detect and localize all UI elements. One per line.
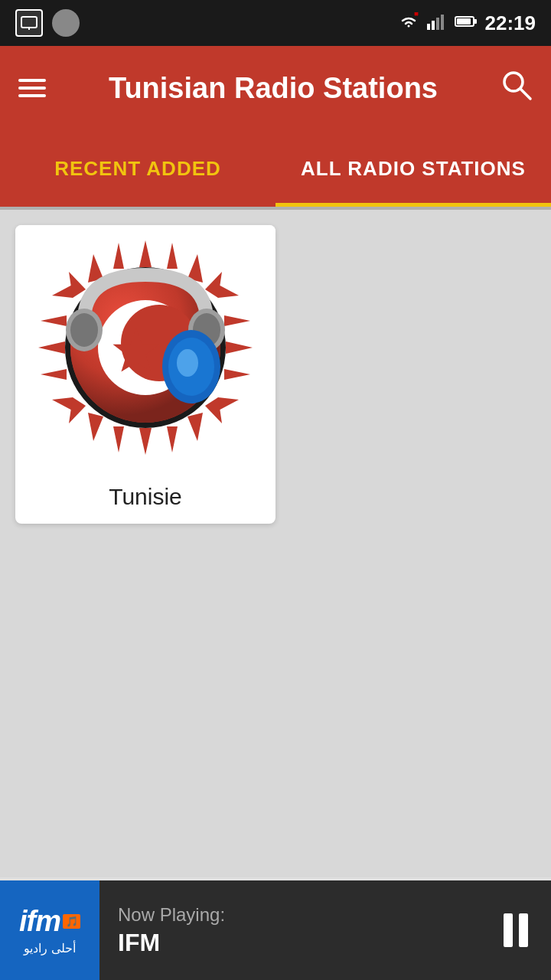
app-title: Tunisian Radio Stations [61,72,485,105]
svg-marker-31 [41,315,67,326]
status-bar: 22:19 [0,0,551,46]
svg-marker-21 [88,413,103,441]
battery-icon [455,13,478,33]
station-image [15,225,276,470]
app-bar: Tunisian Radio Stations [0,46,551,130]
ifm-logo-inner: ifm 🎵 أحلى راديو [19,905,80,956]
content-area: Tunisie [0,210,551,877]
station-name: Tunisie [15,470,276,524]
svg-marker-36 [167,426,178,452]
svg-marker-28 [113,243,124,269]
svg-marker-30 [41,369,67,380]
pause-bar-right [519,913,528,947]
svg-rect-11 [474,19,477,24]
svg-marker-20 [139,428,152,455]
wifi-icon [398,12,419,34]
tabs-container: RECENT ADDED ALL RADIO STATIONS [0,130,551,207]
now-playing-label: Now Playing: [118,904,462,926]
svg-rect-5 [427,24,430,30]
tab-all-stations[interactable]: ALL RADIO STATIONS [276,130,551,207]
tab-divider [0,207,551,210]
tab-all-label: ALL RADIO STATIONS [301,157,526,181]
now-playing-controls [481,913,551,947]
hamburger-menu-icon[interactable] [18,79,46,97]
now-playing-info: Now Playing: IFM [99,904,481,957]
arabic-sub-text: أحلى راديو [19,941,80,956]
svg-point-50 [177,349,198,377]
signal-icon [427,13,447,34]
status-bar-right: 22:19 [398,11,536,35]
tab-recent-added[interactable]: RECENT ADDED [0,130,276,207]
now-playing-bar: ifm 🎵 أحلى راديو Now Playing: IFM [0,880,551,980]
screen-icon [15,9,43,37]
svg-marker-33 [224,315,250,326]
station-card-tunisie[interactable]: Tunisie [15,225,276,524]
svg-point-45 [70,313,98,347]
pause-button[interactable] [504,913,528,947]
svg-rect-0 [21,17,37,28]
status-time: 22:19 [485,11,536,35]
svg-marker-19 [187,413,203,441]
svg-marker-14 [139,240,152,267]
ifm-logo[interactable]: ifm 🎵 أحلى راديو [0,880,99,980]
svg-rect-8 [441,15,444,30]
tunisian-radio-logo-svg [31,233,260,462]
svg-rect-6 [432,21,435,30]
svg-line-13 [520,89,530,99]
svg-marker-32 [224,369,250,380]
ifm-logo-text: ifm 🎵 [19,905,80,938]
tab-recent-label: RECENT ADDED [54,157,221,181]
pause-bar-left [504,913,513,947]
svg-marker-26 [167,243,178,269]
notification-icon [52,9,80,37]
svg-rect-10 [457,18,471,24]
svg-marker-17 [226,341,253,354]
svg-marker-37 [113,426,124,452]
svg-marker-23 [38,341,65,354]
search-icon[interactable] [500,69,533,108]
now-playing-station-name: IFM [118,929,462,957]
status-bar-left [15,9,80,37]
svg-rect-7 [436,18,439,30]
